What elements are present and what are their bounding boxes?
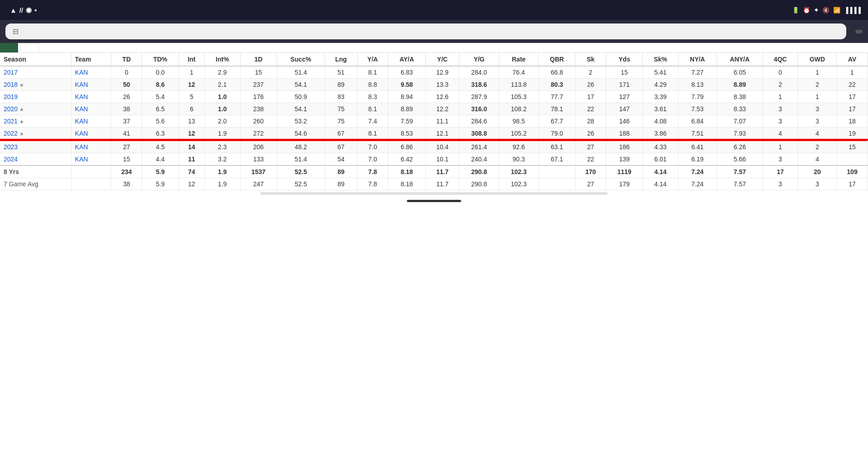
table-cell: 7.27 [678, 66, 717, 79]
table-cell: 2.1 [205, 79, 241, 91]
table-cell: 0 [763, 66, 797, 79]
cell-team-avg [71, 178, 111, 190]
table-cell: 318.6 [459, 79, 499, 91]
cell-season-totals: 8 Yrs [0, 165, 71, 178]
table-cell: 89 [325, 79, 357, 91]
cell-season: 2018 ★ [0, 79, 71, 91]
table-cell: 4.29 [643, 79, 679, 91]
table-cell: 67.1 [538, 153, 575, 165]
table-cell: 6.19 [678, 153, 717, 165]
cell-team[interactable]: KAN [71, 79, 111, 91]
cell-team[interactable]: KAN [71, 128, 111, 140]
table-cell: 1 [179, 66, 205, 79]
table-cell: 6.41 [678, 141, 717, 153]
table-cell: 5.4 [142, 91, 179, 103]
cell-gwd-totals: 20 [798, 165, 837, 178]
table-cell: 6.26 [717, 141, 763, 153]
table-row: 2022 ★KAN416.3121.927254.6678.18.5312.13… [0, 128, 868, 140]
table-cell: 6.5 [142, 103, 179, 115]
table-cell: 8.1 [357, 66, 388, 79]
cell-int-pct-totals: 1.9 [205, 165, 241, 178]
table-cell: 7.4 [357, 115, 388, 128]
table-cell: 1.9 [205, 128, 241, 140]
cell-1d-totals: 1537 [240, 165, 277, 178]
table-cell: 17 [575, 91, 606, 103]
cell-td-totals: 234 [111, 165, 142, 178]
cell-season: 2021 ★ [0, 115, 71, 128]
table-cell: 4 [763, 128, 797, 140]
table-cell: 12 [179, 79, 205, 91]
col-header-season: Season [0, 53, 71, 66]
signal-icon: ▲ [10, 6, 17, 14]
cellular-icon: ▐▐▐▐ [844, 7, 861, 14]
tab-regular-season[interactable] [0, 43, 18, 52]
table-cell: 2.9 [205, 66, 241, 79]
table-cell: 4.08 [643, 115, 679, 128]
table-cell: 8.33 [717, 103, 763, 115]
home-indicator [0, 197, 868, 206]
table-cell: 76.4 [499, 66, 539, 79]
table-cell: 105.2 [499, 128, 539, 140]
cell-team[interactable]: KAN [71, 91, 111, 103]
url-bar-container: ⊟ [0, 20, 868, 43]
cell-team[interactable]: KAN [71, 103, 111, 115]
cell-season: 2023 [0, 141, 71, 153]
table-cell: 2.3 [205, 141, 241, 153]
col-header-sk-pct: Sk% [643, 53, 679, 66]
url-bar[interactable]: ⊟ [5, 24, 846, 39]
table-cell: 8.6 [142, 79, 179, 91]
tab-playoffs[interactable] [20, 43, 39, 52]
horizontal-scrollbar[interactable] [260, 192, 608, 195]
cell-gwd-avg: 3 [798, 178, 837, 190]
table-cell: 10.1 [425, 153, 459, 165]
cell-ya-totals: 7.8 [357, 165, 388, 178]
table-cell: 92.6 [499, 141, 539, 153]
table-cell: 316.0 [459, 103, 499, 115]
table-cell: 54.1 [277, 103, 325, 115]
cell-lng-totals: 89 [325, 165, 357, 178]
cell-team[interactable]: KAN [71, 141, 111, 153]
table-cell: 8.1 [357, 128, 388, 140]
cell-team[interactable]: KAN [71, 153, 111, 165]
table-cell: 4 [798, 128, 837, 140]
table-cell: 80.3 [538, 79, 575, 91]
table-row: 2020 ★KAN386.561.023854.1758.18.8912.231… [0, 103, 868, 115]
table-cell: 15 [240, 66, 277, 79]
cell-team[interactable]: KAN [71, 66, 111, 79]
table-cell: 6.05 [717, 66, 763, 79]
table-cell: 260 [240, 115, 277, 128]
cell-team[interactable]: KAN [71, 115, 111, 128]
table-cell: 3.39 [643, 91, 679, 103]
table-row: 2023KAN274.5142.320648.2677.06.8610.4261… [0, 141, 868, 153]
table-row: 2024KAN154.4113.213351.4547.06.4210.1240… [0, 153, 868, 165]
cell-nya-avg: 7.24 [678, 178, 717, 190]
status-left: ▲ // ◉ • [7, 6, 37, 14]
table-cell: 5.41 [643, 66, 679, 79]
notification-icon: ◉ [26, 6, 32, 14]
cell-sk-avg: 27 [575, 178, 606, 190]
cell-aya-totals: 8.18 [388, 165, 425, 178]
col-header-int: Int [179, 53, 205, 66]
table-cell: 7.51 [678, 128, 717, 140]
table-cell: 22 [575, 103, 606, 115]
table-cell: 12.6 [425, 91, 459, 103]
table-cell: 2 [798, 141, 837, 153]
cell-4qc-totals: 17 [763, 165, 797, 178]
tab-count-button[interactable] [855, 30, 863, 33]
table-cell: 19 [837, 128, 868, 140]
table-cell: 7.0 [357, 153, 388, 165]
table-cell: 5.6 [142, 115, 179, 128]
col-header-td: TD [111, 53, 142, 66]
table-cell: 90.3 [499, 153, 539, 165]
cell-yg-avg: 290.8 [459, 178, 499, 190]
table-cell: 3 [798, 103, 837, 115]
table-cell: 26 [575, 79, 606, 91]
wifi-calling-icon: // [19, 6, 23, 14]
table-cell: 22 [575, 153, 606, 165]
table-cell: 13.3 [425, 79, 459, 91]
table-cell: 54.6 [277, 128, 325, 140]
table-cell: 18 [837, 115, 868, 128]
status-right: 🔋 ⏰ ✦ 🔇 📶 ▐▐▐▐ [792, 7, 861, 14]
cell-av-totals: 109 [837, 165, 868, 178]
table-cell: 63.1 [538, 141, 575, 153]
